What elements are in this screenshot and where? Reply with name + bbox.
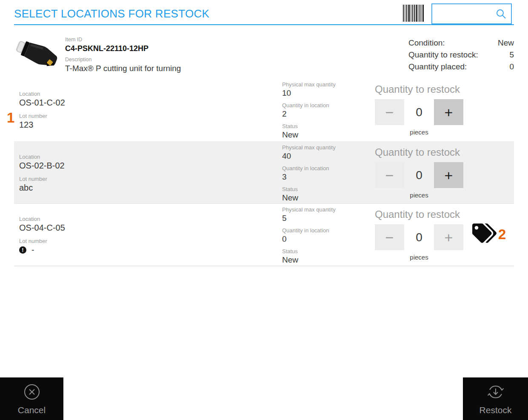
cancel-button[interactable]: Cancel <box>0 377 63 420</box>
restock-summary: Condition: New Quantity to restock: 5 Qu… <box>408 37 514 73</box>
qty-stepper-value: 0 <box>404 231 434 244</box>
qty-in-location-value: 2 <box>282 109 336 119</box>
select-locations-screen: SELECT LOCATIONS FOR RESTOCK <box>0 0 528 420</box>
qty-placed-label: Quantity placed: <box>408 61 467 73</box>
physical-max-value: 5 <box>282 213 336 223</box>
qty-in-location-label: Quantity in location <box>282 102 336 109</box>
location-label: Location <box>19 153 65 160</box>
location-label: Location <box>19 215 65 223</box>
header: SELECT LOCATIONS FOR RESTOCK <box>14 0 514 25</box>
restock-label: Restock <box>479 405 512 415</box>
search-box <box>431 3 512 24</box>
lot-number-value: - <box>31 245 34 255</box>
minus-button[interactable]: − <box>375 99 404 125</box>
page-title: SELECT LOCATIONS FOR RESTOCK <box>14 7 209 20</box>
qty-to-restock-label: Quantity to restock: <box>408 49 478 61</box>
barcode-icon <box>403 5 424 23</box>
item-info: Item ID C4-PSKNL-22110-12HP Description … <box>65 36 181 74</box>
restock-button[interactable]: Restock <box>463 377 528 420</box>
restock-icon <box>486 383 505 403</box>
annotation-marker-1: 1 <box>7 111 14 125</box>
physical-max-label: Physical max quantity <box>282 206 336 213</box>
physical-max-value: 40 <box>282 151 336 161</box>
item-id-label: Item ID <box>65 36 181 43</box>
qty-to-restock-title: Quantity to restock <box>375 209 463 220</box>
qty-in-location-label: Quantity in location <box>282 165 336 172</box>
status-label: Status <box>282 248 336 255</box>
physical-max-label: Physical max quantity <box>282 81 336 88</box>
lot-number-label: Lot number <box>19 237 65 245</box>
plus-button[interactable]: + <box>434 162 463 188</box>
status-label: Status <box>282 123 336 130</box>
plus-button[interactable]: + <box>434 99 463 125</box>
lot-number-label: Lot number <box>19 112 65 120</box>
search-input[interactable] <box>435 5 494 23</box>
qty-in-location-value: 3 <box>282 172 336 182</box>
location-value: OS-01-C-02 <box>19 97 65 108</box>
annotation-marker-2: 2 <box>498 227 506 241</box>
location-value: OS-04-C-05 <box>19 223 65 233</box>
status-value: New <box>282 130 336 140</box>
location-list: Location OS-01-C-02 Lot number 123 Physi… <box>14 79 514 266</box>
location-row: Location OS-04-C-05 Lot number ! - Physi… <box>14 204 514 266</box>
pieces-label: pieces <box>404 129 434 136</box>
physical-max-value: 10 <box>282 88 336 98</box>
qty-in-location-label: Quantity in location <box>282 227 336 234</box>
lot-number-value: 123 <box>19 120 65 130</box>
location-value: OS-02-B-02 <box>19 160 65 171</box>
lot-number-label: Lot number <box>19 175 65 183</box>
qty-to-restock-value: 5 <box>509 49 514 61</box>
qty-stepper-value: 0 <box>404 106 434 119</box>
qty-to-restock-title: Quantity to restock <box>375 83 463 95</box>
location-label: Location <box>19 90 65 97</box>
location-row: Location OS-01-C-02 Lot number 123 Physi… <box>14 79 514 141</box>
minus-button[interactable]: − <box>375 224 404 250</box>
cancel-label: Cancel <box>18 405 46 415</box>
location-row: Location OS-02-B-02 Lot number abc Physi… <box>14 141 514 204</box>
pieces-label: pieces <box>404 254 434 261</box>
cancel-icon <box>23 383 41 403</box>
qty-stepper-value: 0 <box>404 169 434 182</box>
search-icon[interactable] <box>496 9 507 21</box>
condition-label: Condition: <box>408 37 445 49</box>
physical-max-label: Physical max quantity <box>282 144 336 151</box>
alert-icon: ! <box>19 246 26 254</box>
status-label: Status <box>282 186 336 193</box>
qty-to-restock-title: Quantity to restock <box>375 146 463 158</box>
status-value: New <box>282 255 336 265</box>
qty-placed-value: 0 <box>509 61 514 73</box>
minus-button[interactable]: − <box>375 162 404 188</box>
item-id-value: C4-PSKNL-22110-12HP <box>65 43 181 54</box>
pieces-label: pieces <box>404 191 434 199</box>
description-label: Description <box>65 56 181 63</box>
description-value: T-Max® P cutting unit for turning <box>65 63 181 74</box>
condition-value: New <box>498 37 514 49</box>
status-value: New <box>282 193 336 203</box>
product-image <box>15 37 63 74</box>
lot-number-value: abc <box>19 183 65 193</box>
plus-button[interactable]: + <box>434 224 463 250</box>
qty-in-location-value: 0 <box>282 234 336 244</box>
tags-icon[interactable] <box>472 223 497 245</box>
